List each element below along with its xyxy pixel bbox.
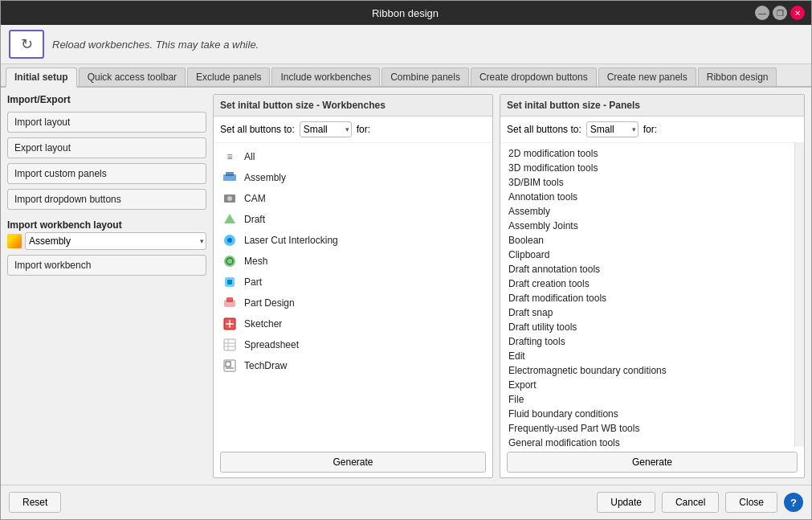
list-item[interactable]: Electromagnetic boundary conditions: [500, 363, 794, 378]
import-custom-panels-button[interactable]: Import custom panels: [7, 163, 206, 184]
import-layout-wrapper: Import layout: [7, 112, 206, 133]
reload-label: Reload workbenches. This may take a whil…: [52, 39, 259, 51]
workbench-select-wrapper: Assembly CAM Draft Part Part Design Sket…: [25, 232, 206, 250]
list-item[interactable]: Assembly Joints: [500, 219, 794, 233]
list-item[interactable]: File: [500, 392, 794, 407]
part-icon: [222, 274, 238, 290]
list-item[interactable]: Draft annotation tools: [500, 262, 794, 276]
list-item[interactable]: Mesh: [214, 251, 492, 272]
list-item[interactable]: 2D modification tools: [500, 146, 794, 161]
tab-initial-setup[interactable]: Initial setup: [6, 68, 77, 88]
maximize-button[interactable]: ❐: [773, 6, 787, 20]
middle-generate-button[interactable]: Generate: [220, 452, 486, 473]
wb-label: Assembly: [244, 172, 286, 183]
middle-size-select-wrapper: Small Medium Large: [300, 121, 352, 137]
svg-point-9: [224, 256, 235, 267]
workbench-dropdown-row: Assembly CAM Draft Part Part Design Sket…: [7, 232, 206, 250]
bottom-bar: Reset Update Cancel Close ?: [1, 485, 811, 519]
export-layout-button[interactable]: Export layout: [7, 137, 206, 158]
list-item[interactable]: CAM: [214, 188, 492, 209]
workbench-icon: [7, 234, 22, 248]
wb-label: Mesh: [244, 256, 267, 267]
close-button[interactable]: Close: [725, 492, 777, 513]
list-item[interactable]: Edit: [500, 349, 794, 363]
svg-marker-6: [224, 214, 235, 223]
svg-point-5: [227, 196, 232, 201]
sketcher-icon: [222, 316, 238, 332]
tab-combine-panels[interactable]: Combine panels: [382, 68, 469, 86]
list-item[interactable]: Draft modification tools: [500, 291, 794, 305]
bottom-right: Update Cancel Close ?: [597, 492, 803, 513]
cam-icon: [222, 190, 238, 207]
cancel-button[interactable]: Cancel: [662, 492, 719, 513]
import-workbench-button[interactable]: Import workbench: [7, 255, 206, 276]
list-item[interactable]: Part: [214, 272, 492, 293]
list-item[interactable]: Assembly: [214, 167, 492, 188]
right-for-label: for:: [643, 124, 657, 135]
tab-create-dropdown[interactable]: Create dropdown buttons: [471, 68, 597, 86]
tab-include-workbenches[interactable]: Include workbenches: [271, 68, 380, 86]
list-item[interactable]: TechDraw: [214, 355, 492, 376]
right-size-row: Set all buttons to: Small Medium Large f…: [500, 117, 804, 143]
wb-label: Part: [244, 276, 262, 288]
middle-size-select[interactable]: Small Medium Large: [300, 121, 352, 137]
reset-button[interactable]: Reset: [9, 492, 61, 513]
list-item[interactable]: General modification tools: [500, 436, 794, 447]
tabs-row: Initial setup Quick access toolbar Exclu…: [1, 64, 811, 88]
left-panel: Import/Export Import layout Export layou…: [7, 94, 206, 478]
middle-panel: Set inital button size - Workbenches Set…: [213, 94, 493, 478]
main-window: Ribbon design — ❐ ✕ ↻ Reload workbenches…: [0, 0, 812, 520]
tab-quick-access[interactable]: Quick access toolbar: [79, 68, 186, 86]
right-scrollbar[interactable]: [794, 143, 804, 447]
right-size-select[interactable]: Small Medium Large: [586, 121, 639, 137]
workbench-layout-section: Import workbench layout Assembly CAM Dra…: [7, 219, 206, 276]
list-item[interactable]: Fluid boundary conditions: [500, 407, 794, 421]
import-layout-button[interactable]: Import layout: [7, 112, 206, 133]
list-item[interactable]: Spreadsheet: [214, 334, 492, 355]
import-export-label: Import/Export: [7, 94, 206, 105]
tab-ribbon-design[interactable]: Ribbon design: [698, 68, 777, 86]
list-item[interactable]: Part Design: [214, 293, 492, 313]
tab-exclude-panels[interactable]: Exclude panels: [187, 68, 270, 86]
list-item[interactable]: Sketcher: [214, 313, 492, 334]
right-size-select-wrapper: Small Medium Large: [586, 121, 639, 137]
wb-label: Spreadsheet: [244, 339, 299, 350]
list-item[interactable]: Draft: [214, 209, 492, 230]
draft-icon: [222, 211, 238, 227]
list-item[interactable]: ≡ All: [214, 146, 492, 167]
right-panel-header: Set inital button size - Panels: [500, 95, 804, 117]
right-generate-button[interactable]: Generate: [507, 452, 798, 473]
list-item[interactable]: Boolean: [500, 233, 794, 248]
svg-rect-3: [226, 172, 234, 176]
list-item[interactable]: Export: [500, 378, 794, 392]
svg-rect-14: [226, 297, 233, 302]
arrow-annotation: [1, 113, 6, 133]
tab-create-new-panels[interactable]: Create new panels: [598, 68, 696, 86]
list-item[interactable]: Assembly: [500, 204, 794, 219]
list-item[interactable]: Drafting tools: [500, 334, 794, 349]
wb-label: Sketcher: [244, 318, 282, 330]
list-item[interactable]: 3D/BIM tools: [500, 175, 794, 190]
import-dropdown-button[interactable]: Import dropdown buttons: [7, 189, 206, 210]
update-button[interactable]: Update: [597, 492, 655, 513]
close-window-button[interactable]: ✕: [790, 6, 805, 20]
workbench-layout-label: Import workbench layout: [7, 219, 206, 231]
wb-label: CAM: [244, 193, 266, 204]
svg-rect-18: [224, 339, 235, 350]
help-button[interactable]: ?: [784, 493, 803, 512]
list-item[interactable]: Annotation tools: [500, 190, 794, 204]
minimize-button[interactable]: —: [755, 6, 769, 20]
list-item[interactable]: Clipboard: [500, 248, 794, 262]
laser-icon: [222, 232, 238, 248]
list-item[interactable]: Draft snap: [500, 305, 794, 320]
list-item[interactable]: Draft creation tools: [500, 276, 794, 291]
list-item[interactable]: 3D modification tools: [500, 161, 794, 175]
right-panel: Set inital button size - Panels Set all …: [500, 94, 805, 478]
reload-button[interactable]: ↻: [9, 30, 44, 59]
svg-rect-12: [227, 280, 232, 285]
list-item[interactable]: Frequently-used Part WB tools: [500, 421, 794, 436]
workbench-select[interactable]: Assembly CAM Draft Part Part Design Sket…: [25, 232, 206, 250]
list-item[interactable]: Laser Cut Interlocking: [214, 230, 492, 251]
list-item[interactable]: Draft utility tools: [500, 320, 794, 334]
workbench-list: ≡ All Assembly CAM: [214, 143, 492, 447]
